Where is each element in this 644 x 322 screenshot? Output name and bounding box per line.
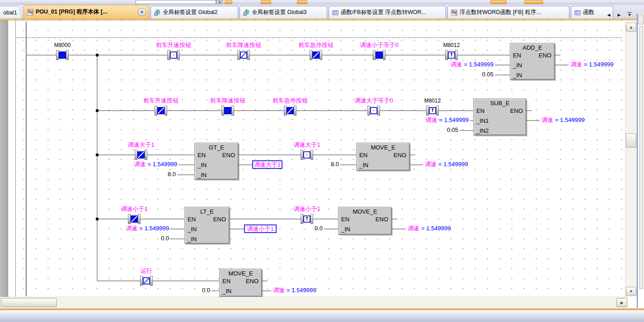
toolbar-button-fragment[interactable] xyxy=(524,0,543,4)
ladder-contact-nc-off[interactable] xyxy=(140,276,153,286)
docked-scrollbar-fragment[interactable] xyxy=(639,26,643,289)
toolbar-combobox-fragment[interactable] xyxy=(136,0,216,4)
function-block-MOVE_E[interactable]: MOVE_EENENO_IN xyxy=(219,269,262,297)
function-block-GT_E[interactable]: GT_EENENO_IN_IN xyxy=(194,143,239,180)
scroll-up-icon[interactable]: ▲ xyxy=(626,23,636,32)
ladder-contact-no-off[interactable] xyxy=(167,50,180,60)
contact-state-indicator xyxy=(376,51,383,59)
ladder-contact-no-on[interactable] xyxy=(373,50,385,60)
contact-bar xyxy=(231,106,234,116)
contact-state-indicator xyxy=(157,107,165,114)
block-title: MOVE_E xyxy=(338,208,391,215)
contact-bar xyxy=(177,50,180,60)
variable-name: 调速 xyxy=(541,117,553,123)
scroll-down-icon[interactable]: ▼ xyxy=(626,287,636,296)
horizontal-scrollbar[interactable]: ▶ xyxy=(0,297,628,308)
variable-value: = 1.549999 xyxy=(439,117,469,123)
contact-label: 调速小于等于0 xyxy=(360,42,398,49)
ladder-editor-canvas[interactable]: M8000前车升速按钮前车降速按钮前车急停按钮调速小于等于0↑M8012ADD_… xyxy=(16,20,625,297)
ladder-contact-edge[interactable]: ↑ xyxy=(445,50,458,60)
ladder-contact-no-off[interactable] xyxy=(301,150,313,160)
horizontal-scroll-thumb[interactable] xyxy=(1,298,57,307)
function-block-LT_E[interactable]: LT_EENENO_IN_IN xyxy=(184,207,230,244)
contact-state-indicator xyxy=(170,51,177,59)
variable-value: = 1.549999 xyxy=(140,225,169,232)
variable-name: 调速 xyxy=(425,161,437,168)
contact-label: 调速大于等于0 xyxy=(354,97,393,104)
scroll-right-icon[interactable]: ▶ xyxy=(616,298,627,307)
contact-bar xyxy=(66,50,69,60)
contact-bar xyxy=(383,50,385,60)
toolbar-button-fragment[interactable] xyxy=(490,0,507,4)
block-input-pin: _IN xyxy=(222,288,231,294)
tab-4[interactable]: 全局标签设置 Global3 xyxy=(240,6,327,19)
contact-state-indicator xyxy=(137,151,145,159)
ladder-program-icon xyxy=(451,9,457,16)
function-block-MOVE_E[interactable]: MOVE_EENENO_IN xyxy=(338,207,392,235)
output-wire xyxy=(392,229,406,229)
contact-bar xyxy=(294,106,296,116)
function-block-ADD_E[interactable]: ADD_EENENO_IN_IN xyxy=(510,43,555,80)
tab-2[interactable]: POU_01 [PRG] 程序本体 [...✕ xyxy=(24,5,149,19)
block-eno-pin: ENO xyxy=(394,152,406,159)
input-wire xyxy=(495,75,510,75)
block-eno-pin: ENO xyxy=(222,152,235,159)
ladder-contact-no-on[interactable] xyxy=(56,50,69,60)
ladder-contact-nc-on[interactable] xyxy=(128,214,141,224)
ladder-contact-edge[interactable]: ↑ xyxy=(301,214,313,224)
ladder-contact-nc-on[interactable] xyxy=(284,106,296,116)
vertical-scrollbar[interactable]: ▲▼ xyxy=(625,22,637,297)
tab-5[interactable]: 函数/FB标签设置 浮点数转WOR... xyxy=(329,6,446,19)
block-input-pin: _IN xyxy=(197,162,207,168)
block-input-pin: _IN xyxy=(359,162,368,168)
tab-nav: ◀▶▼ xyxy=(605,11,634,20)
block-en-pin: EN xyxy=(513,52,521,59)
contact-bar xyxy=(145,150,147,160)
function-block-MOVE_E[interactable]: MOVE_EENENO_IN xyxy=(356,143,410,171)
block-title: LT_E xyxy=(185,208,229,215)
ladder-contact-edge[interactable]: ↑ xyxy=(426,106,439,116)
contact-bar xyxy=(150,276,153,286)
function-block-SUB_E[interactable]: SUB_EENENO_IN1_IN2 xyxy=(473,98,526,135)
ladder-contact-nc-on[interactable] xyxy=(310,50,322,60)
contact-label: 前车降速按钮 xyxy=(210,97,245,104)
combobox-dropdown-icon[interactable] xyxy=(216,0,223,4)
result-variable-box[interactable]: 调速小于1 xyxy=(244,224,277,233)
ladder-contact-nc-off[interactable] xyxy=(237,50,250,60)
contact-label: M8012 xyxy=(424,97,441,104)
toolbar-button-fragment[interactable] xyxy=(225,0,232,4)
output-value: 调速= 1.549999 xyxy=(408,225,451,232)
block-input-pin: _IN xyxy=(513,72,522,79)
variable-value: = 1.549999 xyxy=(555,117,584,123)
output-wire xyxy=(410,164,423,165)
tab-6[interactable]: 浮点数转WORD函数 [FB] 程序... xyxy=(447,6,569,19)
toolbar-button-fragment[interactable] xyxy=(261,0,271,4)
tab-3[interactable]: 全局标签设置 Global2 xyxy=(150,6,238,19)
scroll-tabs-right-button[interactable]: ▶ xyxy=(615,11,623,19)
input-wire xyxy=(495,65,510,65)
constant-value: 0.05 xyxy=(482,71,494,78)
contact-state-indicator xyxy=(224,107,231,114)
toolbar-button-fragment[interactable] xyxy=(297,0,307,4)
tab-close-button[interactable]: ✕ xyxy=(138,9,146,16)
ladder-contact-nc-on[interactable] xyxy=(135,150,147,160)
ladder-contact-no-off[interactable] xyxy=(367,106,380,116)
result-variable-box[interactable]: 调速大于1 xyxy=(252,160,282,169)
block-eno-pin: ENO xyxy=(213,216,226,223)
vertical-scroll-thumb[interactable] xyxy=(626,133,636,148)
ladder-contact-no-on[interactable] xyxy=(221,106,234,116)
input-value: 调速= 1.549999 xyxy=(451,61,494,68)
contact-label: 前车急停按钮 xyxy=(273,97,308,104)
ladder-contact-nc-on[interactable] xyxy=(155,106,167,116)
contact-bar xyxy=(310,214,313,224)
contact-bar xyxy=(436,106,439,116)
contact-state-indicator xyxy=(143,277,150,285)
scroll-tabs-left-button[interactable]: ◀ xyxy=(605,11,613,19)
output-wire xyxy=(262,290,271,291)
contact-label: 前车升速按钮 xyxy=(143,97,179,104)
block-input-pin: _IN xyxy=(188,236,197,243)
output-wire xyxy=(555,65,569,65)
tab-list-button[interactable]: ▼ xyxy=(625,11,634,19)
junction-dot xyxy=(96,218,99,220)
tab-1[interactable]: obal1 xyxy=(0,6,22,19)
